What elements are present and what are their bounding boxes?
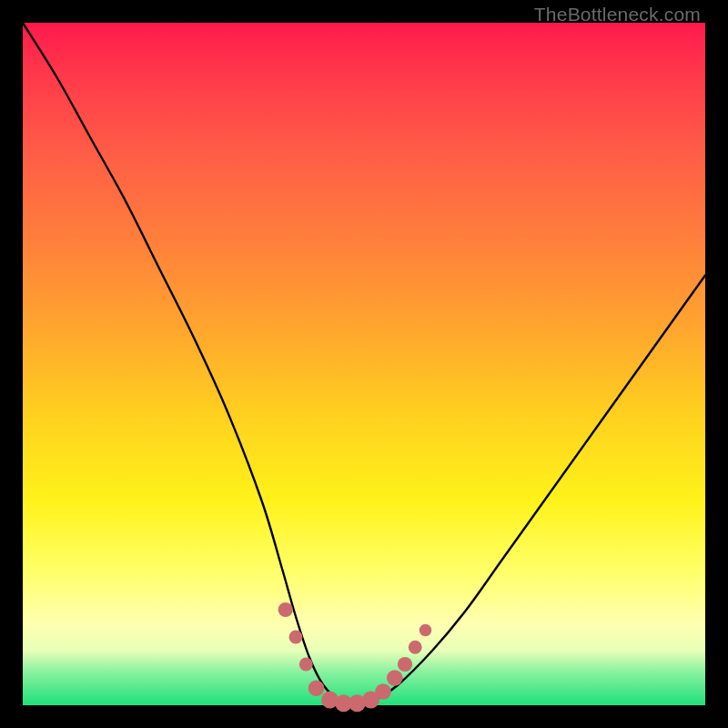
curve-marker bbox=[289, 631, 303, 644]
curve-markers bbox=[278, 602, 432, 712]
curve-marker bbox=[278, 602, 293, 617]
chart-frame: TheBottleneck.com bbox=[0, 0, 728, 728]
curve-marker bbox=[398, 657, 412, 672]
curve-marker bbox=[387, 670, 403, 686]
curve-marker bbox=[299, 658, 313, 672]
chart-plot-area bbox=[23, 23, 705, 705]
curve-marker bbox=[375, 683, 391, 700]
bottleneck-curve bbox=[23, 23, 705, 706]
curve-marker bbox=[308, 680, 325, 696]
chart-svg bbox=[23, 23, 705, 705]
curve-marker bbox=[420, 624, 432, 637]
watermark-text: TheBottleneck.com bbox=[534, 4, 701, 25]
curve-marker bbox=[409, 641, 422, 654]
